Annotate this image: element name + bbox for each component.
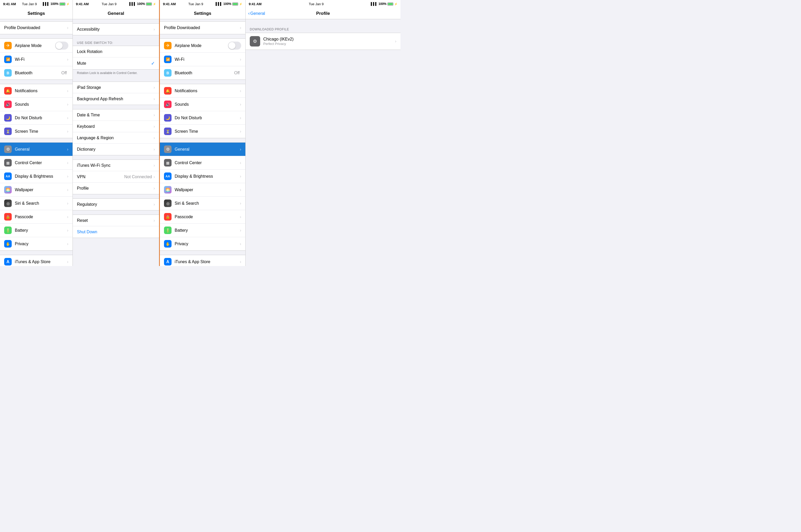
middle-accessibility-body: Accessibility › <box>73 23 159 35</box>
middle-row-regulatory[interactable]: Regulatory › <box>73 199 159 210</box>
datetime-chevron: › <box>154 113 155 117</box>
right-row-passcode[interactable]: 🔒 Passcode › <box>160 210 245 224</box>
left-sounds-chevron: › <box>67 102 68 107</box>
middle-row-reset[interactable]: Reset › <box>73 215 159 226</box>
right-row-controlcenter[interactable]: ▦ Control Center › <box>160 156 245 170</box>
right-row-donotdisturb[interactable]: 🌙 Do Not Disturb › <box>160 111 245 125</box>
middle-nav-title: General <box>108 11 124 16</box>
right-row-notifications[interactable]: 🔔 Notifications › <box>160 84 245 98</box>
middle-row-dictionary[interactable]: Dictionary › <box>73 144 159 155</box>
left-row-displaybrightness[interactable]: AA Display & Brightness › <box>0 170 73 183</box>
right-row-wifi[interactable]: 📶 Wi-Fi › <box>160 53 245 66</box>
middle-row-shutdown[interactable]: Shut Down <box>73 226 159 238</box>
left-siri-label: Siri & Search <box>15 201 67 206</box>
left-donotdisturb-chevron: › <box>67 116 68 120</box>
right-wallpaper-icon: 🌅 <box>164 186 171 193</box>
left-row-siri[interactable]: ◎ Siri & Search › <box>0 197 73 210</box>
right-row-wallpaper[interactable]: 🌅 Wallpaper › <box>160 183 245 197</box>
right-signal-icon: ▌▌▌ <box>216 2 222 6</box>
left-row-bluetooth[interactable]: B Bluetooth Off <box>0 66 73 79</box>
privacy-icon: ✋ <box>4 240 12 248</box>
right-airplane-toggle[interactable] <box>228 41 241 50</box>
right-row-general[interactable]: ⚙ General › <box>160 142 245 156</box>
right-profile-downloaded-chevron: › <box>240 25 241 30</box>
right-bluetooth-value: Off <box>234 71 240 75</box>
profile-battery-icon <box>388 3 393 5</box>
left-general-body: ⚙ General › ▦ Control Center › AA Displa… <box>0 142 73 251</box>
middle-row-mute[interactable]: Mute ✓ <box>73 57 159 69</box>
bluetooth-icon: B <box>4 69 12 77</box>
middle-sideswitch-body: Lock Rotation Mute ✓ <box>73 46 159 70</box>
right-appstore-icon: A <box>164 258 171 265</box>
right-row-sounds[interactable]: 🔊 Sounds › <box>160 98 245 111</box>
keyboard-chevron: › <box>154 124 155 129</box>
middle-row-keyboard[interactable]: Keyboard › <box>73 121 159 132</box>
middle-row-backgroundrefresh[interactable]: Background App Refresh › <box>73 93 159 105</box>
battery-icon <box>59 3 65 5</box>
right-sounds-label: Sounds <box>175 102 240 107</box>
right-row-battery[interactable]: 🔋 Battery › <box>160 224 245 237</box>
right-row-airplane[interactable]: ✈ Airplane Mode <box>160 39 245 53</box>
middle-row-vpn[interactable]: VPN Not Connected › <box>73 171 159 183</box>
left-row-privacy[interactable]: ✋ Privacy › <box>0 237 73 250</box>
middle-sideswitch-header: USE SIDE SWITCH TO: <box>73 39 159 46</box>
left-profile-downloaded-chevron: › <box>67 25 68 30</box>
right-row-privacy[interactable]: ✋ Privacy › <box>160 237 245 250</box>
downloaded-profile-header: DOWNLOADED PROFILE <box>246 23 400 33</box>
right-passcode-chevron: › <box>240 214 241 219</box>
left-row-sounds[interactable]: 🔊 Sounds › <box>0 98 73 111</box>
general-icon: ⚙ <box>4 146 12 153</box>
left-row-appstore[interactable]: A iTunes & App Store › <box>0 255 73 266</box>
left-general-label: General <box>15 147 67 152</box>
middle-battery-icon <box>146 3 152 5</box>
left-row-notifications[interactable]: 🔔 Notifications › <box>0 84 73 98</box>
right-notifications-icon: 🔔 <box>164 87 171 95</box>
left-row-wallpaper[interactable]: 🌅 Wallpaper › <box>0 183 73 197</box>
left-profile-downloaded-row[interactable]: Profile Downloaded › <box>0 21 73 34</box>
right-profile-downloaded-row[interactable]: Profile Downloaded › <box>160 21 245 34</box>
middle-row-datetime[interactable]: Date & Time › <box>73 109 159 121</box>
right-row-bluetooth[interactable]: B Bluetooth Off <box>160 66 245 79</box>
right-passcode-label: Passcode <box>175 214 240 219</box>
middle-row-accessibility[interactable]: Accessibility › <box>73 24 159 35</box>
left-row-controlcenter[interactable]: ▦ Control Center › <box>0 156 73 170</box>
profile-item-chicago[interactable]: ⚙ Chicago (IKEv2) Perfect Privacy › <box>246 33 400 50</box>
left-profile-downloaded-label: Profile Downloaded <box>4 25 67 30</box>
right-nav-title: Settings <box>194 11 211 16</box>
vpn-label: VPN <box>77 174 124 179</box>
left-row-airplane[interactable]: ✈ Airplane Mode <box>0 39 73 53</box>
right-airplane-icon: ✈ <box>164 42 171 49</box>
right-siri-icon: ◎ <box>164 200 171 207</box>
left-row-passcode[interactable]: 🔒 Passcode › <box>0 210 73 224</box>
left-row-screentime[interactable]: ⏳ Screen Time › <box>0 125 73 138</box>
left-row-donotdisturb[interactable]: 🌙 Do Not Disturb › <box>0 111 73 125</box>
middle-row-lockrotation[interactable]: Lock Rotation <box>73 46 159 57</box>
middle-datetime-body: Date & Time › Keyboard › Language & Regi… <box>73 109 159 155</box>
left-row-general[interactable]: ⚙ General › <box>0 142 73 156</box>
left-appstore-label: iTunes & App Store <box>15 260 67 264</box>
right-row-appstore[interactable]: A iTunes & App Store › <box>160 255 245 266</box>
right-privacy-label: Privacy <box>175 242 240 246</box>
sounds-icon: 🔊 <box>4 100 12 108</box>
middle-storage-section: iPad Storage › Background App Refresh › <box>73 81 159 105</box>
left-passcode-chevron: › <box>67 214 68 219</box>
middle-row-profile[interactable]: Profile › <box>73 183 159 194</box>
right-battery-chevron: › <box>240 228 241 233</box>
middle-row-ituneswifisync[interactable]: iTunes Wi-Fi Sync › <box>73 160 159 171</box>
right-connectivity-section: ✈ Airplane Mode 📶 Wi-Fi › B Bluetooth Of… <box>160 38 245 80</box>
left-row-wifi[interactable]: 📶 Wi-Fi › <box>0 53 73 66</box>
right-general-section: ⚙ General › ▦ Control Center › AA Displa… <box>160 142 245 251</box>
middle-row-ipadstorage[interactable]: iPad Storage › <box>73 82 159 93</box>
wallpaper-icon: 🌅 <box>4 186 12 193</box>
profile-back-button[interactable]: ‹ General <box>248 11 265 16</box>
airplane-icon: ✈ <box>4 42 12 49</box>
right-row-displaybrightness[interactable]: AA Display & Brightness › <box>160 170 245 183</box>
middle-sync-body: iTunes Wi-Fi Sync › VPN Not Connected › … <box>73 159 159 194</box>
airplane-toggle[interactable] <box>55 41 68 50</box>
display-icon: AA <box>4 172 12 180</box>
profile-time: 9:41 AM <box>249 2 261 6</box>
left-row-battery[interactable]: 🔋 Battery › <box>0 224 73 237</box>
middle-row-language[interactable]: Language & Region › <box>73 132 159 144</box>
right-row-siri[interactable]: ◎ Siri & Search › <box>160 197 245 210</box>
right-row-screentime[interactable]: ⏳ Screen Time › <box>160 125 245 138</box>
